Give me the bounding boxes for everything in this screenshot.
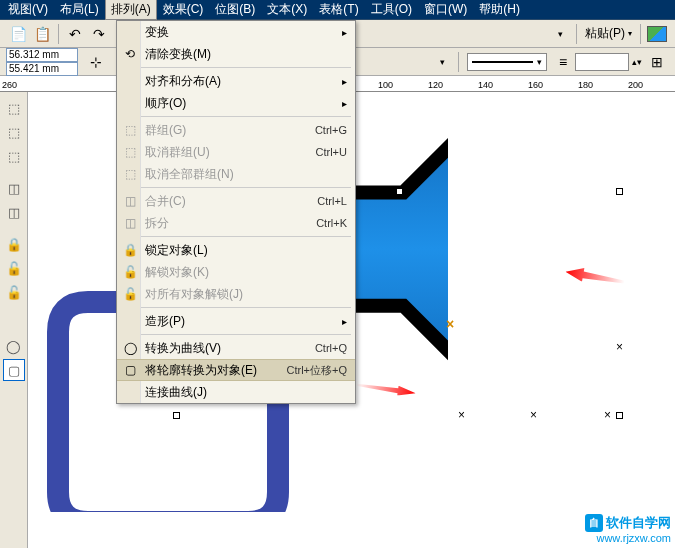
watermark-url: www.rjzxw.com <box>585 532 671 544</box>
separator <box>640 24 641 44</box>
combine-icon[interactable]: ◫ <box>3 177 25 199</box>
combine-icon: ◫ <box>121 194 139 208</box>
paste-label: 粘贴(P) <box>585 25 625 42</box>
selection-handle[interactable] <box>616 188 623 195</box>
menu-order[interactable]: 顺序(O)▸ <box>117 92 355 114</box>
outline-to-object-icon[interactable]: ▢ <box>3 359 25 381</box>
curve-icon: ◯ <box>121 341 139 355</box>
anchor-cross-icon: × <box>530 408 537 422</box>
selection-handle[interactable] <box>396 188 403 195</box>
menu-combine: ◫合并(C)Ctrl+L <box>117 190 355 212</box>
clear-icon: ⟲ <box>121 47 139 61</box>
copy-button[interactable]: 📄 <box>7 23 29 45</box>
submenu-arrow-icon: ▸ <box>342 316 347 327</box>
menu-view[interactable]: 视图(V) <box>2 0 54 20</box>
x-coord-input[interactable] <box>6 48 78 62</box>
menu-transform[interactable]: 变换▸ <box>117 21 355 43</box>
menu-ungroup: ⬚取消群组(U)Ctrl+U <box>117 141 355 163</box>
anchor-cross-icon: × <box>616 340 623 354</box>
undo-button[interactable]: ↶ <box>64 23 86 45</box>
dropdown-icon[interactable]: ▾ <box>431 51 453 73</box>
menu-window[interactable]: 窗口(W) <box>418 0 473 20</box>
ungroup-all-icon: ⬚ <box>121 167 139 181</box>
menu-tools[interactable]: 工具(O) <box>365 0 418 20</box>
separator <box>458 52 459 72</box>
line-options-button[interactable]: ⊞ <box>646 51 668 73</box>
menu-table[interactable]: 表格(T) <box>313 0 364 20</box>
menu-effects[interactable]: 效果(C) <box>157 0 210 20</box>
paste-icon-button[interactable]: 📋 <box>31 23 53 45</box>
watermark: 自软件自学网 www.rjzxw.com <box>585 514 671 544</box>
lock-icon: 🔒 <box>121 243 139 257</box>
submenu-arrow-icon: ▸ <box>342 98 347 109</box>
menu-ungroup-all: ⬚取消全部群组(N) <box>117 163 355 185</box>
spinner-icon[interactable]: ▴▾ <box>632 57 642 67</box>
unlock-icon[interactable]: 🔓 <box>3 257 25 279</box>
anchor-cross-icon: × <box>604 408 611 422</box>
menu-shaping[interactable]: 造形(P)▸ <box>117 310 355 332</box>
line-style-preview[interactable]: ▾ <box>467 53 547 71</box>
menu-separator <box>121 116 351 117</box>
menu-text[interactable]: 文本(X) <box>261 0 313 20</box>
menu-arrange[interactable]: 排列(A) <box>105 0 157 20</box>
separator <box>576 24 577 44</box>
submenu-arrow-icon: ▸ <box>342 76 347 87</box>
y-coord-input[interactable] <box>6 62 78 76</box>
selection-handle[interactable] <box>173 412 180 419</box>
ungroup-all-icon[interactable]: ⬚ <box>3 145 25 167</box>
menu-unlock-all: 🔓对所有对象解锁(J) <box>117 283 355 305</box>
menu-separator <box>121 67 351 68</box>
crop-tool-icon[interactable]: ⊹ <box>85 51 107 73</box>
separator <box>58 24 59 44</box>
menu-separator <box>121 187 351 188</box>
dropdown-arrow-icon[interactable]: ▾ <box>549 23 571 45</box>
selection-center-icon: × <box>446 316 454 332</box>
break-icon[interactable]: ◫ <box>3 201 25 223</box>
group-icon[interactable]: ⬚ <box>3 97 25 119</box>
ungroup-icon: ⬚ <box>121 145 139 159</box>
menu-bitmap[interactable]: 位图(B) <box>209 0 261 20</box>
watermark-brand: 软件自学网 <box>606 514 671 532</box>
submenu-arrow-icon: ▸ <box>342 27 347 38</box>
line-width-input[interactable] <box>575 53 629 71</box>
line-width-icon[interactable]: ≡ <box>552 51 574 73</box>
ungroup-icon[interactable]: ⬚ <box>3 121 25 143</box>
menu-group: ⬚群组(G)Ctrl+G <box>117 119 355 141</box>
tool-sidebar: ⬚ ⬚ ⬚ ◫ ◫ 🔒 🔓 🔓 ◯ ▢ <box>0 92 28 548</box>
menu-unlock: 🔓解锁对象(K) <box>117 261 355 283</box>
menu-separator <box>121 236 351 237</box>
selection-handle[interactable] <box>616 412 623 419</box>
menubar: 视图(V) 布局(L) 排列(A) 效果(C) 位图(B) 文本(X) 表格(T… <box>0 0 675 20</box>
menu-clear-transform[interactable]: ⟲清除变换(M) <box>117 43 355 65</box>
unlock-all-icon[interactable]: 🔓 <box>3 281 25 303</box>
watermark-logo-icon: 自 <box>585 514 603 532</box>
convert-curve-icon[interactable]: ◯ <box>3 335 25 357</box>
menu-break-apart: ◫拆分Ctrl+K <box>117 212 355 234</box>
group-icon: ⬚ <box>121 123 139 137</box>
menu-layout[interactable]: 布局(L) <box>54 0 105 20</box>
unlock-icon: 🔓 <box>121 265 139 279</box>
menu-outline-to-object[interactable]: ▢将轮廓转换为对象(E)Ctrl+位移+Q <box>117 359 355 381</box>
menu-join-curves[interactable]: 连接曲线(J) <box>117 381 355 403</box>
lock-icon[interactable]: 🔒 <box>3 233 25 255</box>
coordinate-inputs <box>6 48 78 76</box>
outline-icon: ▢ <box>121 363 139 377</box>
anchor-cross-icon: × <box>458 408 465 422</box>
menu-separator <box>121 334 351 335</box>
menu-separator <box>121 307 351 308</box>
chevron-down-icon: ▾ <box>628 29 632 38</box>
menu-help[interactable]: 帮助(H) <box>473 0 526 20</box>
menu-convert-curves[interactable]: ◯转换为曲线(V)Ctrl+Q <box>117 337 355 359</box>
break-icon: ◫ <box>121 216 139 230</box>
menu-align-distribute[interactable]: 对齐和分布(A)▸ <box>117 70 355 92</box>
menu-lock[interactable]: 🔒锁定对象(L) <box>117 239 355 261</box>
unlock-all-icon: 🔓 <box>121 287 139 301</box>
redo-button[interactable]: ↷ <box>88 23 110 45</box>
paste-dropdown[interactable]: 粘贴(P) ▾ <box>581 23 636 45</box>
arrange-menu-dropdown: 变换▸ ⟲清除变换(M) 对齐和分布(A)▸ 顺序(O)▸ ⬚群组(G)Ctrl… <box>116 20 356 404</box>
image-tool-button[interactable] <box>646 23 668 45</box>
